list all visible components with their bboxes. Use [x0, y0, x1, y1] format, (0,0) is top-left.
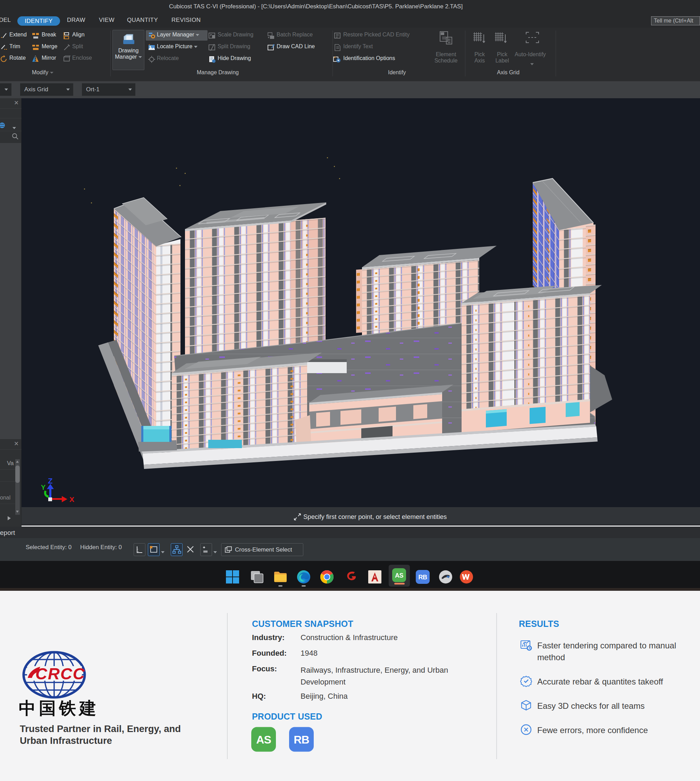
- svg-text:Y: Y: [41, 484, 46, 491]
- svg-text:AS: AS: [256, 733, 271, 746]
- svg-text:RB: RB: [418, 574, 427, 581]
- svg-text:RB: RB: [293, 733, 309, 746]
- svg-text:CRCC: CRCC: [35, 664, 85, 683]
- svg-text:AS: AS: [395, 572, 403, 579]
- svg-text:X: X: [69, 495, 74, 503]
- svg-text:Z: Z: [48, 477, 52, 485]
